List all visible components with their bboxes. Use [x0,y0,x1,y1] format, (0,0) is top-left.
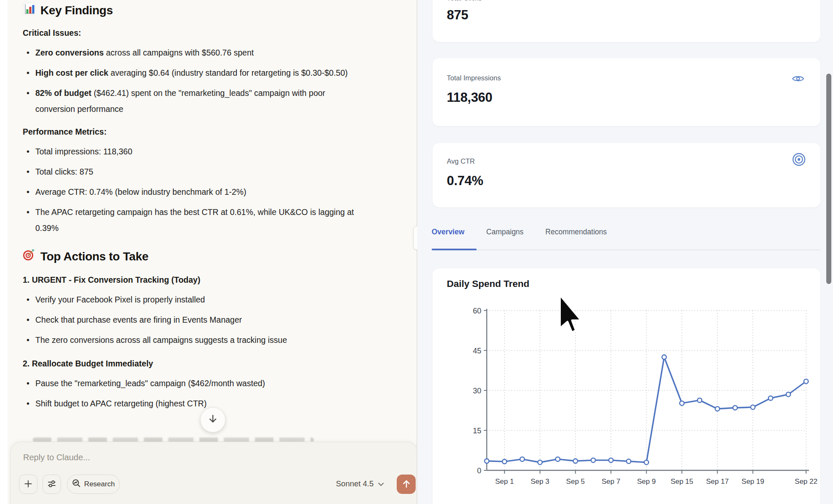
svg-text:Sep 22: Sep 22 [795,477,817,485]
list-item: High cost per click averaging $0.64 (ind… [23,65,366,81]
list-item: Zero conversions across all campaigns wi… [23,45,366,61]
research-button[interactable]: Research [67,475,120,494]
action-list: Pause the "remarketing_leads" campaign (… [23,375,379,411]
send-button[interactable] [397,475,416,494]
target-icon [23,249,35,264]
svg-text:Sep 7: Sep 7 [602,477,620,485]
research-label: Research [84,480,115,488]
action-group-heading: 1. URGENT - Fix Conversion Tracking (Tod… [23,275,379,285]
reply-input[interactable] [23,449,385,466]
chevron-down-icon [378,479,384,488]
daily-spend-trend-card: Daily Spend Trend 015304560Sep 1Sep 3Sep… [432,268,820,504]
svg-text:15: 15 [473,427,481,435]
action-list: Verify your Facebook Pixel is properly i… [23,292,379,348]
section-heading: Performance Metrics: [23,127,379,137]
svg-text:0: 0 [477,467,481,475]
attach-button[interactable] [19,475,37,494]
metric-label: Total Impressions [447,74,501,82]
model-selector[interactable]: Sonnet 4.5 [322,479,384,488]
arrow-up-icon [402,479,411,490]
action-group-heading: 2. Reallocate Budget Immediately [23,359,379,369]
scroll-to-bottom-button[interactable] [200,407,225,432]
daily-spend-line-chart: 015304560Sep 1Sep 3Sep 5Sep 7Sep 9Sep 15… [470,308,819,497]
section-heading: Critical Issues: [23,28,379,38]
svg-text:Sep 5: Sep 5 [566,477,585,485]
chat-panel: Key Findings Critical Issues: Zero conve… [8,0,416,504]
assistant-message: Key Findings Critical Issues: Zero conve… [23,3,379,416]
key-findings-heading: Key Findings [23,3,379,18]
top-actions-heading: Top Actions to Take [23,249,379,264]
chart-title: Daily Spend Trend [447,279,529,289]
tab-campaigns[interactable]: Campaigns [486,228,524,238]
bullseye-icon [792,152,806,168]
mouse-cursor [559,294,585,337]
svg-text:Sep 1: Sep 1 [495,477,514,485]
metric-label: Total Clicks [447,0,482,2]
metric-value: 118,360 [447,90,492,105]
list-item: Shift budget to APAC retargeting (highes… [23,395,366,411]
app-window: { "colors": { "accent_blue": "#4e74bf", … [0,0,833,504]
window-left-edge [0,0,8,504]
tab-overview[interactable]: Overview [432,228,464,238]
list-item: The zero conversions across all campaign… [23,332,366,348]
list-item: 82% of budget ($462.41) spent on the "re… [23,85,366,117]
svg-text:Sep 9: Sep 9 [637,477,655,485]
artifact-panel: Total Clicks 875 Total Impressions 118,3… [417,0,833,504]
list-item: Pause the "remarketing_leads" campaign (… [23,375,366,391]
tab-recommendations[interactable]: Recommendations [545,228,607,238]
metric-value: 875 [447,8,468,23]
arrow-down-icon [208,414,218,426]
page-title: Key Findings [40,4,113,17]
metric-card-total-clicks: Total Clicks 875 [432,0,820,42]
list-item: Total clicks: 875 [23,164,366,180]
svg-text:30: 30 [473,387,481,395]
svg-text:Sep 19: Sep 19 [742,477,764,485]
metric-value: 0.74% [447,173,483,188]
svg-text:Sep 17: Sep 17 [706,477,729,485]
sliders-icon [47,479,56,490]
tabs-divider [432,249,820,250]
eye-icon [792,74,804,85]
vertical-scrollbar-thumb[interactable] [826,74,831,284]
svg-text:45: 45 [473,347,481,355]
bar-chart-icon [23,3,35,18]
metric-label: Avg CTR [447,157,475,165]
critical-issues-list: Zero conversions across all campaigns wi… [23,45,379,117]
research-icon [72,479,81,490]
tools-button[interactable] [42,475,61,494]
list-item: Total impressions: 118,360 [23,143,366,159]
artifact-tabs: Overview Campaigns Recommendations [432,228,607,238]
plus-icon [24,480,32,489]
svg-text:60: 60 [473,308,481,315]
list-item: Average CTR: 0.74% (below industry bench… [23,184,366,200]
list-item: Verify your Facebook Pixel is properly i… [23,292,366,308]
composer: Research Sonnet 4.5 [10,442,418,504]
performance-metrics-list: Total impressions: 118,360 Total clicks:… [23,143,379,236]
svg-text:Sep 3: Sep 3 [531,477,549,485]
model-label: Sonnet 4.5 [336,479,374,488]
svg-text:Sep 15: Sep 15 [671,477,693,485]
list-item: Check that purchase events are firing in… [23,312,366,328]
list-item: The APAC retargeting campaign has the be… [23,204,366,236]
metric-card-avg-ctr: Avg CTR 0.74% [432,143,820,207]
metric-card-total-impressions: Total Impressions 118,360 [432,58,820,126]
active-tab-indicator [432,249,477,250]
